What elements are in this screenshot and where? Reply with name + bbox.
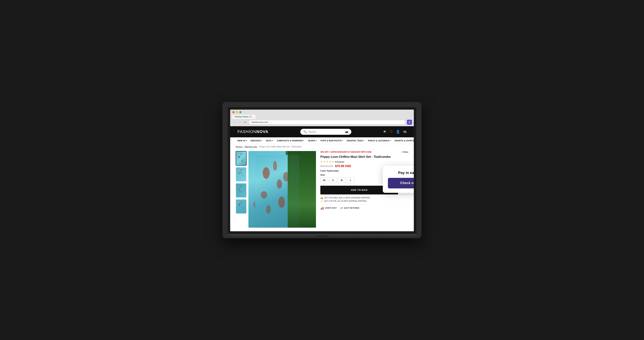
star-2: ★ — [323, 160, 326, 163]
search-bar[interactable]: 🔍 📷 — [300, 129, 352, 135]
nav-item-pants[interactable]: PANTS & LEGGINGS ▾ — [366, 137, 393, 144]
share-icon: ↗ — [401, 151, 403, 153]
nav-item-sets[interactable]: SETS ▾ — [264, 137, 275, 144]
chevron-down-icon: ▾ — [246, 140, 247, 142]
zip-checkout-prefix: Check out with — [400, 181, 414, 185]
benefit-easy-returns: ↩ EASY RETURNS — [340, 206, 360, 210]
wishlist-icon[interactable]: ♡ — [390, 130, 393, 134]
ships-fast-icon: 🚚 — [320, 206, 324, 210]
laptop-frame: Fashion Nova | F... ← → ↻ fashionnova.co… — [222, 102, 422, 238]
breadcrumb-separator: › — [243, 146, 244, 148]
maximize-window-btn[interactable] — [239, 111, 242, 113]
truck-icon: 🚚 — [320, 197, 323, 199]
header-icons: 👁 ♡ 👤 🛍 — [383, 130, 406, 134]
star-3: ★ — [326, 160, 328, 163]
promo-banner: 30% OFF! + EXTRA DISCOUNT AT CHECKOUT WI… — [320, 151, 408, 153]
size-m[interactable]: M — [338, 177, 346, 183]
shipping-express: ⚡ GET IT BY FRI, JUL 30 WITH EXPRESS SHI… — [320, 200, 408, 202]
star-4: ★ — [329, 160, 331, 163]
back-button[interactable]: ← — [232, 120, 236, 124]
cart-icon[interactable]: 🛍 — [403, 130, 406, 134]
laptop-base — [228, 234, 416, 238]
nav-item-shorts[interactable]: SHORTS & SKIRTS ▾ — [393, 137, 414, 144]
nav-item-tops[interactable]: TOPS & BODYSUITS ▾ — [318, 137, 345, 144]
size-l[interactable]: L — [347, 177, 354, 183]
express-shipping-text: GET IT BY FRI, JUL 30 WITH EXPRESS SHIPP… — [324, 200, 366, 202]
logo-bold-text: NOVA — [256, 129, 268, 134]
main-product-image — [248, 151, 316, 228]
lightning-icon: ⚡ — [320, 200, 323, 202]
benefits-row: 🚚 SHIPS FAST ↩ EASY RETURNS — [320, 204, 408, 210]
share-label: Share — [403, 151, 408, 153]
laptop-screen: Fashion Nova | F... ← → ↻ fashionnova.co… — [230, 110, 414, 231]
thumbnail-2[interactable] — [236, 167, 246, 182]
product-details: 30% OFF! + EXTRA DISCOUNT AT CHECKOUT WI… — [316, 151, 408, 228]
standard-shipping-text: GET IT BY WED, AUG 11 WITH STANDARD SHIP… — [324, 197, 370, 199]
product-rating: ★ ★ ★ ★ ★ 8 Reviews — [320, 160, 408, 163]
easy-returns-label: EASY RETURNS — [344, 207, 359, 209]
traffic-lights — [230, 110, 414, 114]
minimize-window-btn[interactable] — [236, 111, 238, 113]
search-input[interactable] — [308, 130, 344, 133]
tab-title: Fashion Nova | F... — [235, 115, 253, 118]
chevron-down-icon: ▾ — [363, 140, 364, 142]
zip-popup: Pay in easy installments Check out with … — [383, 166, 414, 193]
breadcrumb: Women › Matching sets › Poppy Love Chiff… — [230, 144, 414, 149]
account-icon[interactable]: 👤 — [396, 130, 400, 134]
product-title: Poppy Love Chiffon Maxi Skirt Set - Teal… — [320, 155, 408, 159]
nav-item-jeans[interactable]: JEANS ▾ — [306, 137, 318, 144]
site-header: FASHIONNOVA 🔍 📷 👁 ♡ 👤 🛍 — [230, 126, 414, 137]
benefit-ships-fast: 🚚 SHIPS FAST — [320, 206, 337, 210]
extension-button[interactable]: Z — [407, 120, 412, 125]
breadcrumb-current: Poppy Love Chiffon Maxi Skirt Set - Teal… — [259, 146, 302, 148]
site-navigation: NEW IN ▾ DRESSES ▾ SETS ▾ JUMPSUITS & RO… — [230, 137, 414, 144]
zip-checkout-button[interactable]: Check out with ZIP — [388, 178, 414, 188]
product-area: 30% OFF! + EXTRA DISCOUNT AT CHECKOUT WI… — [230, 149, 414, 231]
refresh-button[interactable]: ↻ — [243, 120, 247, 124]
ships-fast-label: SHIPS FAST — [325, 207, 337, 209]
reviews-link[interactable]: 8 Reviews — [335, 161, 344, 163]
chevron-down-icon: ▾ — [342, 140, 343, 142]
breadcrumb-separator-2: › — [258, 146, 258, 148]
site-logo: FASHIONNOVA — [238, 129, 268, 134]
address-bar[interactable]: fashionnova.com — [249, 120, 406, 124]
forward-button[interactable]: → — [238, 120, 242, 124]
breadcrumb-women[interactable]: Women — [236, 146, 242, 148]
star-1: ★ — [320, 160, 322, 163]
zip-popup-title: Pay in easy installments — [388, 171, 414, 175]
thumbnail-1[interactable] — [236, 151, 246, 166]
chevron-down-icon: ▾ — [316, 140, 317, 142]
nav-item-dresses[interactable]: DRESSES ▾ — [248, 137, 264, 144]
chevron-down-icon: ▾ — [303, 140, 304, 142]
breadcrumb-matching-sets[interactable]: Matching sets — [244, 146, 257, 148]
browser-chrome: Fashion Nova | F... ← → ↻ fashionnova.co… — [230, 114, 414, 126]
url-text: fashionnova.com — [252, 121, 268, 123]
camera-search-icon[interactable]: 📷 — [345, 130, 348, 133]
nav-item-new-in[interactable]: NEW IN ▾ — [236, 137, 248, 144]
easy-returns-icon: ↩ — [340, 206, 343, 210]
size-s[interactable]: S — [329, 177, 337, 183]
recently-viewed-icon[interactable]: 👁 — [383, 130, 386, 134]
extension-letter: Z — [409, 121, 410, 124]
browser-tab[interactable]: Fashion Nova | F... — [232, 114, 256, 119]
address-bar-row: ← → ↻ fashionnova.com Z — [232, 120, 412, 125]
product-thumbnails — [236, 151, 246, 228]
tab-bar: Fashion Nova | F... — [232, 114, 412, 120]
browser-nav-buttons: ← → ↻ — [232, 120, 247, 124]
search-icon: 🔍 — [304, 130, 307, 133]
screen-bezel: Fashion Nova | F... ← → ↻ fashionnova.co… — [228, 107, 416, 234]
original-price: $89.99 USD — [320, 165, 333, 167]
share-button[interactable]: ↗ Share — [401, 151, 408, 153]
close-window-btn[interactable] — [232, 111, 234, 113]
chevron-down-icon: ▾ — [390, 140, 391, 142]
logo-light-text: FASHION — [238, 129, 256, 134]
sale-price: $75.99 USD — [335, 165, 351, 168]
thumbnail-3[interactable] — [236, 183, 246, 198]
laptop-notch — [316, 236, 328, 237]
chevron-down-icon: ▾ — [272, 140, 273, 142]
nav-item-jumpsuits[interactable]: JUMPSUITS & ROMPERS ▾ — [275, 137, 306, 144]
shipping-standard: 🚚 GET IT BY WED, AUG 11 WITH STANDARD SH… — [320, 197, 408, 199]
thumbnail-4[interactable] — [236, 199, 246, 214]
nav-item-graphic-tees[interactable]: GRAPHIC TEES ▾ — [345, 137, 366, 144]
size-xs[interactable]: XS — [320, 177, 328, 183]
